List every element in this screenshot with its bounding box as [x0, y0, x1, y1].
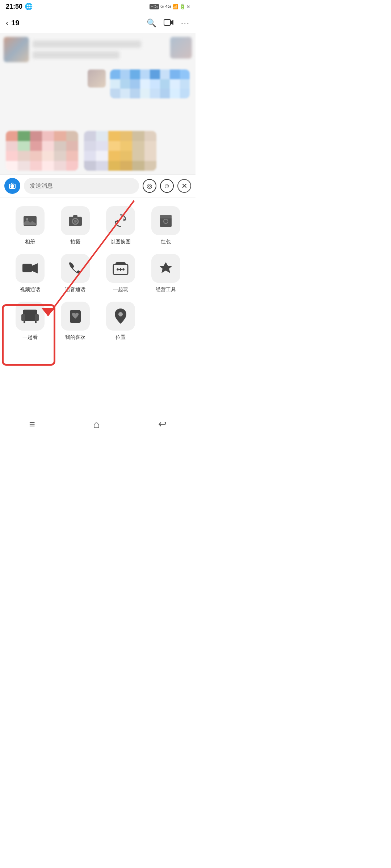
header: ‹ 19 🔍 ··· — [0, 13, 196, 33]
extra-panel: 相册 拍摄 以图换图 — [0, 197, 196, 355]
tools-icon — [158, 261, 173, 276]
camera-shoot-icon — [68, 214, 83, 227]
camera-shoot-button[interactable]: 拍摄 — [55, 206, 95, 245]
grid-row-2: 视频通话 语音通话 一起玩 — [7, 254, 188, 293]
redpacket-icon — [159, 213, 172, 228]
camera-shoot-icon-box — [61, 206, 90, 235]
camera-icon — [8, 183, 16, 189]
my-likes-icon-box — [61, 302, 90, 331]
svg-point-14 — [117, 268, 119, 271]
menu-button[interactable]: ≡ — [29, 418, 35, 430]
imgswap-button[interactable]: 以图换图 — [101, 206, 140, 245]
play-together-button[interactable]: 一起玩 — [101, 254, 140, 293]
my-likes-label: 我的喜欢 — [65, 334, 85, 341]
svg-rect-21 — [21, 314, 25, 321]
videocall-icon — [22, 262, 38, 275]
hd2-icon: HD₂ — [150, 4, 159, 9]
voicecall-icon — [68, 261, 82, 275]
camera-button[interactable] — [4, 178, 20, 194]
redpacket-button[interactable]: 红包 — [146, 206, 186, 245]
empty-slot — [143, 302, 188, 341]
location-icon — [114, 308, 127, 324]
sofa-icon — [21, 309, 39, 323]
svg-point-1 — [10, 184, 14, 188]
status-emoji-icon: 🌐 — [25, 3, 33, 10]
back-button[interactable]: ‹ — [6, 18, 8, 28]
voicecall-label: 语音通话 — [65, 286, 85, 293]
svg-rect-10 — [160, 215, 172, 218]
tools-icon-box — [151, 254, 180, 283]
svg-rect-17 — [119, 269, 122, 270]
imgswap-icon-box — [106, 206, 135, 235]
emoji-button[interactable]: ☺ — [160, 179, 174, 193]
location-button[interactable]: 位置 — [98, 302, 143, 341]
voicecall-button[interactable]: 语音通话 — [55, 254, 95, 293]
redpacket-icon-box — [151, 206, 180, 235]
videocall-label: 视频通话 — [20, 286, 40, 293]
svg-point-7 — [74, 220, 77, 223]
status-bar: 21:50 🌐 HD₂ G 4G 📶 🔋 8 — [0, 0, 196, 13]
home-button[interactable]: ⌂ — [93, 418, 100, 430]
emoji-icon: ☺ — [164, 182, 170, 190]
battery-icon: 🔋 — [180, 4, 186, 9]
svg-rect-9 — [160, 217, 172, 227]
svg-rect-8 — [73, 215, 77, 217]
heart-bookmark-icon — [68, 309, 83, 324]
play-together-icon-box — [106, 254, 135, 283]
my-likes-button[interactable]: 我的喜欢 — [52, 302, 98, 341]
video-call-icon[interactable] — [164, 18, 174, 28]
svg-rect-22 — [35, 314, 39, 321]
voicecall-icon-box — [61, 254, 90, 283]
videocall-button[interactable]: 视频通话 — [10, 254, 50, 293]
svg-point-26 — [118, 312, 123, 316]
header-right-actions: 🔍 ··· — [147, 18, 190, 28]
voice-icon: ◎ — [147, 182, 152, 190]
album-button[interactable]: 相册 — [10, 206, 50, 245]
battery-level: 8 — [187, 4, 190, 9]
imgswap-label: 以图换图 — [110, 239, 131, 245]
back-nav-button[interactable]: ↩ — [158, 418, 167, 430]
message-action-buttons: ◎ ☺ ✕ — [143, 179, 191, 193]
tools-label: 经营工具 — [156, 286, 176, 293]
svg-point-15 — [122, 268, 125, 271]
status-icons-group: HD₂ G 4G 📶 🔋 8 — [150, 4, 190, 9]
camera-shoot-label: 拍摄 — [70, 239, 80, 245]
videocall-icon-box — [16, 254, 45, 283]
grid-row-3: 一起看 我的喜欢 位置 — [7, 302, 188, 341]
watch-together-icon-box — [16, 302, 45, 331]
watch-together-button[interactable]: 一起看 — [7, 302, 52, 341]
message-input[interactable] — [24, 178, 139, 194]
svg-rect-24 — [35, 321, 37, 323]
signal-4g-icon: 4G — [165, 4, 171, 9]
bottom-nav: ≡ ⌂ ↩ — [0, 414, 196, 434]
play-together-label: 一起玩 — [113, 286, 128, 293]
svg-rect-23 — [24, 321, 25, 323]
album-icon-box — [16, 206, 45, 235]
more-options-icon[interactable]: ··· — [181, 18, 190, 28]
album-icon — [23, 214, 37, 227]
svg-rect-12 — [22, 264, 32, 272]
chat-area — [0, 33, 196, 174]
play-together-icon — [113, 261, 129, 275]
close-panel-button[interactable]: ✕ — [177, 179, 191, 193]
signal-g-icon: G — [160, 4, 164, 9]
wifi-icon: 📶 — [172, 4, 178, 9]
imgswap-icon — [113, 213, 128, 228]
redpacket-label: 红包 — [161, 239, 171, 245]
search-icon[interactable]: 🔍 — [147, 18, 156, 28]
svg-rect-18 — [115, 262, 126, 265]
svg-rect-0 — [164, 20, 171, 25]
location-label: 位置 — [115, 334, 126, 341]
watch-together-label: 一起看 — [22, 334, 38, 341]
album-label: 相册 — [25, 239, 35, 245]
grid-row-1: 相册 拍摄 以图换图 — [7, 206, 188, 245]
tools-button[interactable]: 经营工具 — [146, 254, 186, 293]
voice-button[interactable]: ◎ — [143, 179, 156, 193]
message-bar: ◎ ☺ ✕ — [0, 174, 196, 197]
close-icon: ✕ — [181, 182, 188, 190]
header-title: 19 — [11, 19, 19, 27]
status-time: 21:50 — [6, 3, 22, 10]
location-icon-box — [106, 302, 135, 331]
